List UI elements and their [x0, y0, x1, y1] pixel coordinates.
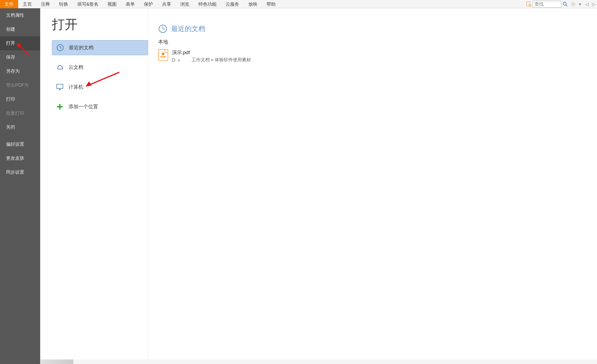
- gear-icon[interactable]: [570, 0, 577, 8]
- location-recent[interactable]: 最近的文档: [52, 40, 148, 55]
- sidebar-item-saveas[interactable]: 另存为: [0, 64, 40, 78]
- location-add[interactable]: 添加一个位置: [52, 99, 148, 114]
- file-path: D: » 工作文档 » 体验软件使用素材: [172, 57, 251, 63]
- sidebar-item-print[interactable]: 打印: [0, 92, 40, 106]
- file-name: 演示.pdf: [172, 49, 251, 56]
- search-icon[interactable]: [561, 1, 569, 8]
- tab-annotate[interactable]: 注释: [36, 0, 55, 8]
- location-label: 云文档: [69, 64, 83, 71]
- file-sidebar: 文档属性 创建 打开 保存 另存为 导出PDF为 打印 批量打印 关闭 偏好设置…: [0, 8, 40, 364]
- sidebar-item-batchprint: 批量打印: [0, 106, 40, 120]
- clock-icon: [56, 44, 64, 52]
- tab-protect[interactable]: 保护: [139, 0, 157, 8]
- open-panel: 打开 最近的文档 云文档: [40, 8, 597, 364]
- svg-rect-17: [57, 84, 63, 89]
- sidebar-item-close[interactable]: 关闭: [0, 120, 40, 134]
- search-input[interactable]: [533, 1, 561, 8]
- search-wrap: [526, 1, 569, 8]
- sidebar-gap: [0, 134, 40, 137]
- sidebar-item-skin[interactable]: 更改皮肤: [0, 151, 40, 165]
- svg-line-13: [574, 2, 575, 3]
- sidebar-item-export: 导出PDF为: [0, 78, 40, 92]
- file-info: 演示.pdf D: » 工作文档 » 体验软件使用素材: [172, 49, 251, 63]
- svg-point-3: [563, 2, 566, 5]
- sidebar-item-open[interactable]: 打开: [0, 36, 40, 50]
- clock-icon: [158, 24, 167, 33]
- svg-line-10: [572, 2, 572, 3]
- menubar: 文件 主页 注释 转换 填写&签名 视图 表单 保护 共享 浏览 特色功能 云服…: [0, 0, 597, 8]
- sidebar-item-properties[interactable]: 文档属性: [0, 8, 40, 22]
- tab-file[interactable]: 文件: [0, 0, 18, 8]
- sidebar-item-create[interactable]: 创建: [0, 22, 40, 36]
- tab-help[interactable]: 帮助: [262, 0, 280, 8]
- sidebar-item-sync[interactable]: 同步设置: [0, 165, 40, 179]
- recent-title: 最近的文档: [171, 24, 205, 33]
- plus-icon: [56, 103, 64, 111]
- svg-rect-0: [527, 2, 530, 6]
- svg-line-16: [60, 48, 62, 48]
- tab-form[interactable]: 表单: [121, 0, 139, 8]
- cloud-icon: [56, 63, 64, 72]
- tab-play[interactable]: 放映: [244, 0, 262, 8]
- svg-line-24: [163, 29, 165, 30]
- tab-features[interactable]: 特色功能: [194, 0, 221, 8]
- tab-browse[interactable]: 浏览: [176, 0, 194, 8]
- tab-home[interactable]: 主页: [18, 0, 36, 8]
- svg-line-11: [574, 5, 575, 6]
- monitor-icon: [56, 83, 64, 91]
- svg-line-4: [566, 5, 567, 6]
- chevron-down-icon[interactable]: ▾: [577, 0, 583, 8]
- nav-back-icon[interactable]: ◁: [583, 0, 590, 8]
- recent-header: 最近的文档: [158, 24, 597, 33]
- recent-file-row[interactable]: ◆ PDF 演示.pdf D: » 工作文档 » 体验软件使用素材: [158, 48, 597, 65]
- tab-share[interactable]: 共享: [157, 0, 176, 8]
- location-cloud[interactable]: 云文档: [52, 60, 148, 75]
- tab-convert[interactable]: 转换: [55, 0, 73, 8]
- svg-line-2: [531, 6, 532, 7]
- location-computer[interactable]: 计算机: [52, 79, 148, 95]
- doc-search-icon[interactable]: [526, 1, 532, 7]
- nav-forward-icon[interactable]: ▷: [590, 0, 597, 8]
- location-label: 添加一个位置: [69, 103, 98, 110]
- tab-view[interactable]: 视图: [103, 0, 121, 8]
- open-panel-locations: 打开 最近的文档 云文档: [41, 8, 148, 364]
- pdf-icon: ◆ PDF: [158, 49, 168, 61]
- section-local: 本地: [158, 39, 597, 45]
- sidebar-item-preferences[interactable]: 偏好设置: [0, 137, 40, 151]
- open-panel-content: 最近的文档 本地 ◆ PDF 演示.pdf D: » 工作文档 » 体验软件使用…: [148, 8, 597, 364]
- tab-fillsign[interactable]: 填写&签名: [73, 0, 103, 8]
- svg-line-12: [572, 5, 572, 6]
- page-title: 打开: [52, 16, 148, 33]
- sidebar-item-save[interactable]: 保存: [0, 50, 40, 64]
- location-label: 计算机: [69, 84, 83, 90]
- bottom-scrollbar[interactable]: [40, 359, 597, 364]
- location-label: 最近的文档: [69, 44, 94, 51]
- tab-cloud[interactable]: 云服务: [221, 0, 244, 8]
- svg-point-5: [572, 3, 574, 5]
